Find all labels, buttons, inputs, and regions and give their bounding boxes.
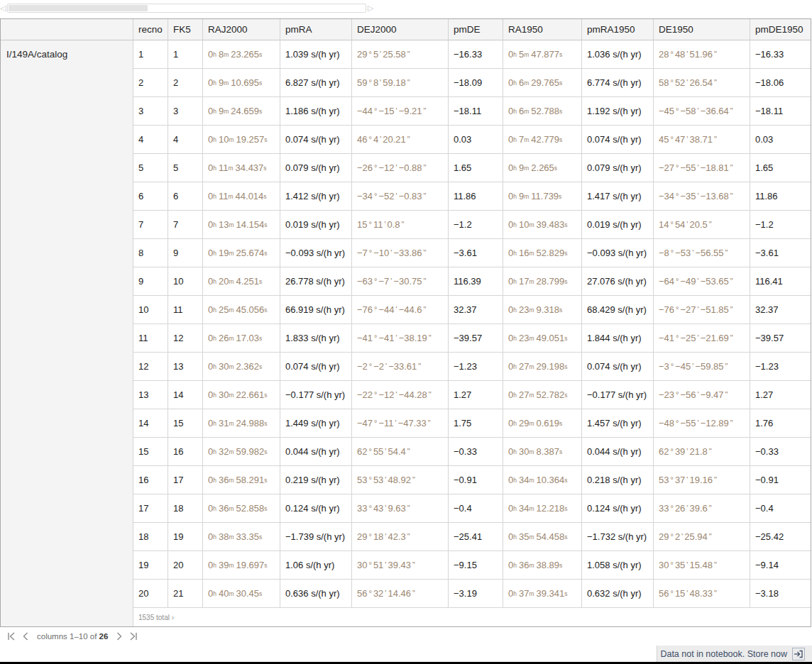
cell-pmde: −3.19 [449,580,503,608]
cell-pmra1950: 0.218 s/(h yr) [582,466,654,494]
cell-recno: 12 [133,353,168,381]
cell-fk5: 20 [168,551,203,580]
cell-raj2000: 0h 38m 33.35s [203,523,280,551]
cell-pmde1950: 1.27 [750,381,811,409]
column-header-pmra1950[interactable]: pmRA1950 [582,19,654,40]
cell-pmra1950: 0.632 s/(h yr) [582,580,654,608]
cell-raj2000: 0h 11m 34.437s [203,154,280,182]
cell-pmra: 1.833 s/(h yr) [280,324,352,353]
cell-pmde1950: −0.33 [750,438,811,466]
cell-pmde1950: −39.57 [750,324,811,353]
store-now-button[interactable] [792,648,805,660]
cell-ra1950: 0h 7m 42.779s [503,126,582,154]
cell-raj2000: 0h 31m 24.988s [203,409,280,438]
cell-pmra1950: 1.457 s/(h yr) [582,409,654,438]
column-header-pmra[interactable]: pmRA [280,19,352,40]
cell-de1950: −41°−25'−21.69" [654,324,750,353]
cell-fk5: 17 [168,466,203,494]
cell-pmra1950: 1.058 s/(h yr) [582,551,654,580]
cell-pmde: 1.75 [449,409,503,438]
cell-de1950: −45°−58'−36.64" [654,97,750,126]
cell-recno: 18 [133,523,168,551]
first-columns-button[interactable] [4,631,18,642]
cell-recno: 9 [133,267,168,296]
cell-dej2000: 30°51'39.43" [352,551,449,580]
column-header-fk5[interactable]: FK5 [168,19,203,40]
cell-ra1950: 0h 36m 38.89s [503,551,582,580]
cell-raj2000: 0h 13m 14.154s [203,211,280,239]
bottom-bar: Data not in notebook. Store now [0,646,812,662]
cell-dej2000: 46°4'20.21" [352,126,449,154]
cell-recno: 3 [133,97,168,126]
previous-columns-button[interactable] [18,631,33,642]
column-header-raj2000[interactable]: RAJ2000 [203,19,280,40]
cell-recno: 16 [133,466,168,494]
cell-ra1950: 0h 9m 11.739s [503,182,582,211]
column-header-dej2000[interactable]: DEJ2000 [352,19,449,40]
cell-ra1950: 0h 6m 29.765s [503,69,582,97]
cell-fk5: 21 [168,580,203,608]
cell-ra1950: 0h 5m 47.877s [503,40,582,69]
cell-raj2000: 0h 11m 44.014s [203,182,280,211]
row-count-note[interactable]: 1535 total › [133,608,811,626]
cell-pmra1950: 1.844 s/(h yr) [582,324,654,353]
cell-fk5: 4 [168,126,203,154]
cell-recno: 19 [133,551,168,580]
first-page-icon [6,631,16,642]
cell-ra1950: 0h 34m 10.364s [503,466,582,494]
last-page-icon [128,631,138,642]
scroll-left-icon[interactable]: ◁ [0,4,6,13]
scrollbar-track[interactable] [7,4,366,13]
cell-fk5: 16 [168,438,203,466]
cell-raj2000: 0h 32m 59.982s [203,438,280,466]
cell-fk5: 10 [168,267,203,296]
cell-ra1950: 0h 23m 9.318s [503,296,582,324]
cell-pmde1950: 116.41 [750,267,811,296]
cell-de1950: 53°37'19.16" [654,466,750,494]
horizontal-scrollbar[interactable]: ◁ ▷ [0,0,812,14]
cell-pmra1950: −0.177 s/(h yr) [582,381,654,409]
next-columns-button[interactable] [112,631,126,642]
cell-de1950: −27°−55'−18.81" [654,154,750,182]
column-header-de1950[interactable]: DE1950 [654,19,750,40]
cell-recno: 2 [133,69,168,97]
cell-fk5: 15 [168,409,203,438]
cell-fk5: 6 [168,182,203,211]
cell-de1950: 29°2'25.94" [654,523,750,551]
cell-pmde1950: −0.91 [750,466,811,494]
column-header-recno[interactable]: recno [133,19,168,40]
cell-pmra1950: 1.192 s/(h yr) [582,97,654,126]
cell-pmra: 0.074 s/(h yr) [280,126,352,154]
cell-raj2000: 0h 9m 24.659s [203,97,280,126]
last-columns-button[interactable] [126,631,141,642]
store-panel[interactable]: Data not in notebook. Store now [657,646,812,662]
cell-de1950: 28°48'51.96" [654,40,750,69]
cell-raj2000: 0h 39m 19.697s [203,551,280,580]
cell-fk5: 5 [168,154,203,182]
cell-raj2000: 0h 8m 23.265s [203,40,280,69]
chevron-left-icon [21,631,31,642]
cell-pmde: −0.91 [449,466,503,494]
cell-pmde: −18.11 [449,97,503,126]
cell-recno: 7 [133,211,168,239]
cell-dej2000: −76°−44'−44.6" [352,296,449,324]
cell-dej2000: −7°−10'−33.86" [352,239,449,267]
cell-pmde: −3.61 [449,239,503,267]
cell-ra1950: 0h 37m 39.341s [503,580,582,608]
cell-pmra1950: 0.019 s/(h yr) [582,211,654,239]
cell-ra1950: 0h 30m 8.387s [503,438,582,466]
cell-recno: 10 [133,296,168,324]
column-header-ra1950[interactable]: RA1950 [503,19,582,40]
column-header-pmde1950[interactable]: pmDE1950 [750,19,811,40]
column-header-pmde[interactable]: pmDE [449,19,503,40]
cell-ra1950: 0h 27m 29.198s [503,353,582,381]
cell-dej2000: 29°18'42.3" [352,523,449,551]
cell-de1950: 45°47'38.71" [654,126,750,154]
scrollbar-thumb[interactable] [9,5,148,11]
cell-de1950: −23°−56'−9.47" [654,381,750,409]
cell-dej2000: 59°8'59.18" [352,69,449,97]
cell-pmra: 0.074 s/(h yr) [280,353,352,381]
scroll-right-icon[interactable]: ▷ [368,4,373,13]
cell-pmra: 6.827 s/(h yr) [280,69,352,97]
cell-de1950: −34°−35'−13.68" [654,182,750,211]
